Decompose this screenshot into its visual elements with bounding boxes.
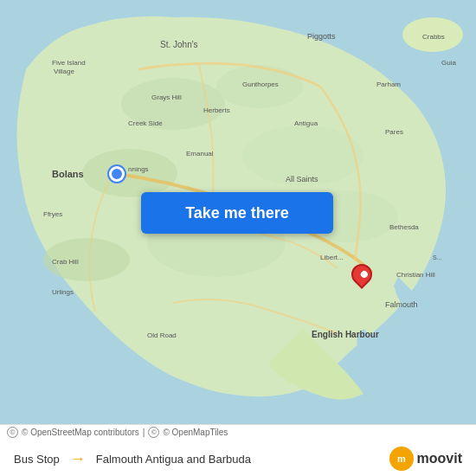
svg-text:All Saints: All Saints — [286, 175, 318, 183]
svg-text:Old Road: Old Road — [147, 331, 177, 339]
route-arrow-icon: → — [70, 450, 86, 468]
svg-text:Guia: Guia — [441, 59, 456, 67]
svg-text:Grays Hill: Grays Hill — [151, 93, 182, 101]
moovit-logo: m moovit — [389, 447, 462, 471]
copyright-separator: | — [143, 428, 145, 437]
route-from-label: Bus Stop — [14, 453, 60, 466]
svg-text:St. John's: St. John's — [160, 40, 198, 49]
svg-text:nnings: nnings — [128, 165, 149, 173]
svg-text:Five Island: Five Island — [52, 59, 86, 67]
svg-text:Crab Hill: Crab Hill — [52, 258, 79, 266]
svg-text:Bolans: Bolans — [52, 169, 84, 179]
svg-text:S...: S... — [433, 254, 442, 261]
svg-text:Pares: Pares — [385, 128, 403, 136]
svg-text:Creek Side: Creek Side — [128, 119, 163, 127]
svg-text:Piggotts: Piggotts — [307, 32, 336, 41]
svg-text:m: m — [397, 453, 406, 464]
current-location-dot — [109, 166, 125, 182]
moovit-logo-text: moovit — [417, 451, 462, 466]
svg-text:Herberts: Herberts — [203, 106, 230, 114]
copyright-text1: © OpenStreetMap contributors — [22, 428, 139, 437]
moovit-logo-icon: m — [389, 447, 414, 471]
svg-text:Gunthorpes: Gunthorpes — [242, 80, 279, 88]
svg-text:Antigua: Antigua — [294, 119, 318, 127]
footer: © © OpenStreetMap contributors | © © Ope… — [0, 424, 476, 476]
svg-text:English Harbour: English Harbour — [312, 330, 379, 339]
svg-text:Crabbs: Crabbs — [422, 33, 445, 41]
copyright-circle: © — [7, 427, 18, 438]
route-bar: Bus Stop → Falmouth Antigua and Barbuda … — [0, 440, 476, 476]
map-container: St. John's Piggotts Five Island Village … — [0, 0, 476, 424]
svg-text:Libert...: Libert... — [320, 254, 344, 261]
copyright-text2: © OpenMapTiles — [163, 428, 228, 437]
svg-text:Ffryes: Ffryes — [43, 210, 62, 218]
svg-text:Village: Village — [54, 68, 74, 75]
svg-text:Emanual: Emanual — [186, 150, 214, 158]
svg-text:Bethesda: Bethesda — [389, 223, 419, 231]
copyright-circle2: © — [148, 427, 159, 438]
svg-point-4 — [82, 149, 177, 197]
route-to-label: Falmouth Antigua and Barbuda — [96, 453, 251, 466]
svg-text:Urlings: Urlings — [52, 288, 74, 296]
take-me-there-button[interactable]: Take me there — [141, 192, 333, 234]
svg-text:Falmouth: Falmouth — [385, 300, 418, 309]
svg-text:Christian Hill: Christian Hill — [396, 271, 435, 279]
copyright-bar: © © OpenStreetMap contributors | © © Ope… — [0, 424, 476, 440]
destination-pin — [351, 264, 372, 285]
svg-text:Parham: Parham — [376, 80, 401, 88]
